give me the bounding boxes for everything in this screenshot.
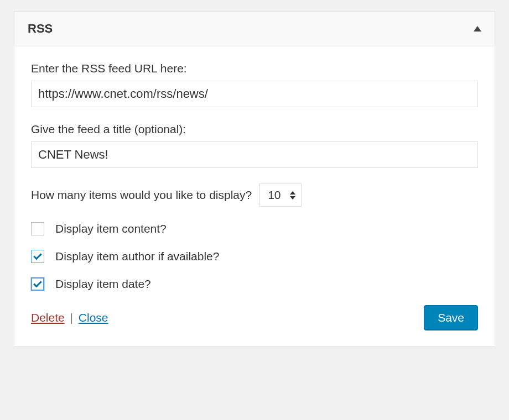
display-date-row: Display item date? [31, 277, 478, 291]
close-link[interactable]: Close [79, 311, 108, 324]
items-count-value: 10 [268, 188, 281, 202]
items-count-row: How many items would you like to display… [31, 183, 478, 207]
feed-title-input[interactable] [31, 141, 478, 168]
items-count-label: How many items would you like to display… [31, 188, 252, 202]
display-author-label: Display item author if available? [55, 250, 219, 263]
display-content-label: Display item content? [55, 222, 167, 235]
widget-body: Enter the RSS feed URL here: Give the fe… [14, 46, 495, 346]
footer-links: Delete | Close [31, 311, 108, 324]
feed-title-row: Give the feed a title (optional): [31, 123, 478, 168]
separator: | [70, 311, 73, 324]
checkmark-icon [33, 251, 42, 260]
collapse-up-icon [474, 26, 481, 32]
widget-footer: Delete | Close Save [31, 305, 478, 330]
feed-url-label: Enter the RSS feed URL here: [31, 62, 478, 75]
display-content-checkbox[interactable] [31, 222, 44, 235]
feed-title-label: Give the feed a title (optional): [31, 123, 478, 136]
checkmark-icon [33, 279, 42, 288]
stepper-arrows-icon [290, 191, 295, 200]
widget-title: RSS [28, 22, 53, 36]
display-author-row: Display item author if available? [31, 250, 478, 263]
display-author-checkbox[interactable] [31, 250, 44, 263]
display-date-label: Display item date? [55, 277, 151, 291]
display-content-row: Display item content? [31, 222, 478, 235]
delete-link[interactable]: Delete [31, 311, 65, 324]
display-date-checkbox[interactable] [31, 277, 44, 291]
widget-header[interactable]: RSS [14, 12, 495, 46]
feed-url-input[interactable] [31, 81, 478, 107]
feed-url-row: Enter the RSS feed URL here: [31, 62, 478, 107]
rss-widget-panel: RSS Enter the RSS feed URL here: Give th… [14, 11, 495, 347]
items-count-select[interactable]: 10 [259, 183, 301, 207]
save-button[interactable]: Save [424, 305, 478, 330]
